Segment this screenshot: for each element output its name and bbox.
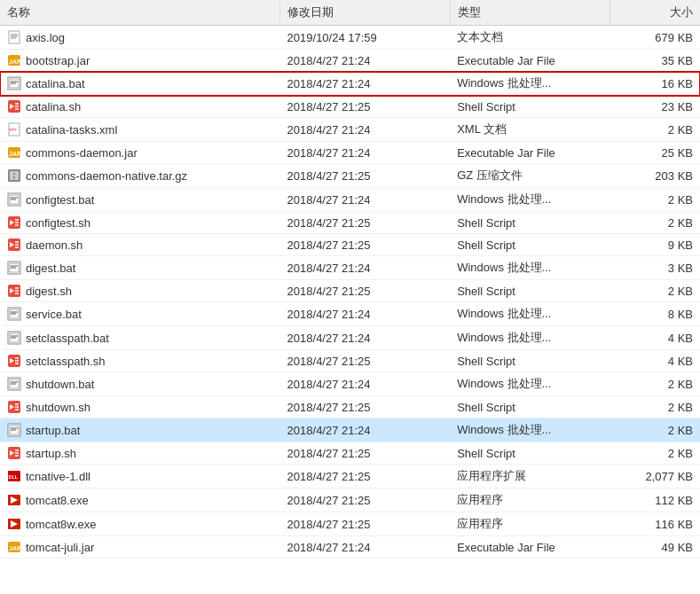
file-size: 112 KB: [610, 488, 700, 512]
file-type: Windows 批处理...: [450, 302, 610, 326]
table-row[interactable]: daemon.sh2018/4/27 21:25Shell Script9 KB: [0, 234, 700, 256]
file-size: 9 KB: [610, 234, 700, 256]
table-row[interactable]: DLL tcnative-1.dll2018/4/27 21:25应用程序扩展2…: [0, 465, 700, 488]
table-row[interactable]: digest.sh2018/4/27 21:25Shell Script2 KB: [0, 280, 700, 302]
table-row[interactable]: catalina.sh2018/4/27 21:25Shell Script23…: [0, 96, 700, 118]
file-date: 2018/4/27 21:25: [280, 350, 451, 372]
file-date: 2018/4/27 21:24: [280, 50, 451, 72]
file-size: 49 KB: [610, 536, 700, 559]
file-explorer: 名称 修改日期 类型 大小 axis.log2019/10/24 17:59文本…: [0, 0, 700, 594]
file-size: 2 KB: [610, 396, 700, 418]
file-name: setclasspath.bat: [0, 326, 280, 350]
file-name: digest.sh: [0, 280, 280, 302]
table-row[interactable]: shutdown.bat2018/4/27 21:24Windows 批处理..…: [0, 372, 700, 396]
file-type: Windows 批处理...: [450, 372, 610, 396]
svg-text:</>: </>: [9, 127, 17, 132]
file-size: 25 KB: [610, 142, 700, 164]
file-size: 4 KB: [610, 326, 700, 350]
file-type: Windows 批处理...: [450, 188, 610, 212]
svg-rect-21: [15, 171, 19, 180]
table-row[interactable]: JAR bootstrap.jar2018/4/27 21:24Executab…: [0, 50, 700, 72]
table-row[interactable]: catalina.bat2018/4/27 21:24Windows 批处理..…: [0, 72, 700, 96]
svg-text:DLL: DLL: [9, 474, 19, 480]
file-name: startup.sh: [0, 442, 280, 465]
file-type: GZ 压缩文件: [450, 164, 610, 188]
table-row[interactable]: setclasspath.sh2018/4/27 21:25Shell Scri…: [0, 350, 700, 372]
file-size: 35 KB: [610, 50, 700, 72]
file-type: 应用程序扩展: [450, 465, 610, 488]
file-size: 2 KB: [610, 280, 700, 302]
file-size: 4 KB: [610, 350, 700, 372]
file-type: Shell Script: [450, 396, 610, 418]
file-size: 2 KB: [610, 188, 700, 212]
table-row[interactable]: service.bat2018/4/27 21:24Windows 批处理...…: [0, 302, 700, 326]
file-date: 2018/4/27 21:25: [280, 488, 451, 512]
file-name: JAR commons-daemon.jar: [0, 142, 280, 164]
file-date: 2018/4/27 21:25: [280, 465, 451, 488]
table-row[interactable]: </> catalina-tasks.xml2018/4/27 21:24XML…: [0, 118, 700, 142]
file-type: Shell Script: [450, 212, 610, 234]
file-name: shutdown.sh: [0, 396, 280, 418]
file-date: 2018/4/27 21:25: [280, 234, 451, 256]
file-type: 应用程序: [450, 512, 610, 536]
table-row[interactable]: commons-daemon-native.tar.gz2018/4/27 21…: [0, 164, 700, 188]
table-row[interactable]: setclasspath.bat2018/4/27 21:24Windows 批…: [0, 326, 700, 350]
svg-rect-20: [10, 171, 13, 180]
file-date: 2018/4/27 21:25: [280, 96, 451, 118]
file-name: JAR tomcat-juli.jar: [0, 536, 280, 559]
file-type: XML 文档: [450, 118, 610, 142]
table-row[interactable]: startup.bat2018/4/27 21:24Windows 批处理...…: [0, 418, 700, 442]
table-row[interactable]: startup.sh2018/4/27 21:25Shell Script2 K…: [0, 442, 700, 465]
table-row[interactable]: JAR commons-daemon.jar2018/4/27 21:24Exe…: [0, 142, 700, 164]
file-type: Windows 批处理...: [450, 72, 610, 96]
file-size: 2,077 KB: [610, 465, 700, 488]
file-date: 2018/4/27 21:24: [280, 536, 451, 559]
file-size: 23 KB: [610, 96, 700, 118]
table-scroll[interactable]: 名称 修改日期 类型 大小 axis.log2019/10/24 17:59文本…: [0, 0, 700, 594]
file-date: 2018/4/27 21:24: [280, 118, 451, 142]
file-name: digest.bat: [0, 256, 280, 280]
table-row[interactable]: tomcat8.exe2018/4/27 21:25应用程序112 KB: [0, 488, 700, 512]
svg-rect-0: [9, 31, 20, 43]
table-row[interactable]: tomcat8w.exe2018/4/27 21:25应用程序116 KB: [0, 512, 700, 536]
table-row[interactable]: configtest.sh2018/4/27 21:25Shell Script…: [0, 212, 700, 234]
svg-text:JAR: JAR: [9, 151, 21, 157]
file-name: service.bat: [0, 302, 280, 326]
file-name: shutdown.bat: [0, 372, 280, 396]
header-date[interactable]: 修改日期: [280, 0, 451, 26]
table-row[interactable]: JAR tomcat-juli.jar2018/4/27 21:24Execut…: [0, 536, 700, 559]
file-date: 2018/4/27 21:25: [280, 164, 451, 188]
table-row[interactable]: axis.log2019/10/24 17:59文本文档679 KB: [0, 26, 700, 50]
header-name[interactable]: 名称: [0, 0, 280, 26]
table-row[interactable]: shutdown.sh2018/4/27 21:25Shell Script2 …: [0, 396, 700, 418]
header-size[interactable]: 大小: [610, 0, 700, 26]
file-name: configtest.bat: [0, 188, 280, 212]
table-row[interactable]: configtest.bat2018/4/27 21:24Windows 批处理…: [0, 188, 700, 212]
file-name: DLL tcnative-1.dll: [0, 465, 280, 488]
file-size: 2 KB: [610, 442, 700, 465]
file-name: JAR bootstrap.jar: [0, 50, 280, 72]
file-name: catalina.sh: [0, 96, 280, 118]
file-size: 3 KB: [610, 256, 700, 280]
table-container: 名称 修改日期 类型 大小 axis.log2019/10/24 17:59文本…: [0, 0, 700, 594]
file-name: commons-daemon-native.tar.gz: [0, 164, 280, 188]
file-size: 2 KB: [610, 418, 700, 442]
header-type[interactable]: 类型: [450, 0, 610, 26]
table-row[interactable]: digest.bat2018/4/27 21:24Windows 批处理...3…: [0, 256, 700, 280]
file-type: Shell Script: [450, 96, 610, 118]
file-size: 8 KB: [610, 302, 700, 326]
file-date: 2018/4/27 21:24: [280, 142, 451, 164]
file-name: setclasspath.sh: [0, 350, 280, 372]
file-size: 116 KB: [610, 512, 700, 536]
file-size: 203 KB: [610, 164, 700, 188]
file-size: 16 KB: [610, 72, 700, 96]
file-type: Windows 批处理...: [450, 326, 610, 350]
file-name: tomcat8w.exe: [0, 512, 280, 536]
file-date: 2018/4/27 21:25: [280, 442, 451, 465]
file-date: 2018/4/27 21:24: [280, 72, 451, 96]
svg-text:JAR: JAR: [9, 545, 21, 551]
file-type: Shell Script: [450, 442, 610, 465]
file-name: </> catalina-tasks.xml: [0, 118, 280, 142]
file-table: 名称 修改日期 类型 大小 axis.log2019/10/24 17:59文本…: [0, 0, 700, 559]
file-date: 2019/10/24 17:59: [280, 26, 451, 50]
